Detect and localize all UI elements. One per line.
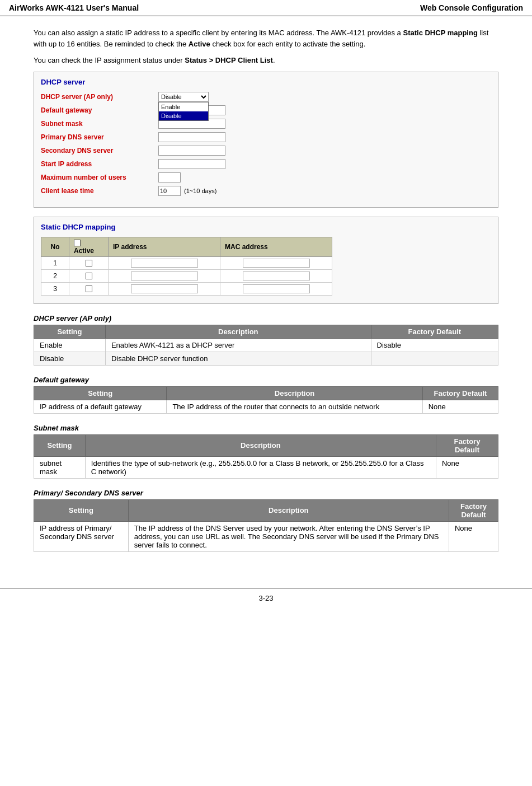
table-row: DisableDisable DHCP server function — [34, 352, 498, 365]
client-lease-label: Client lease time — [41, 187, 158, 195]
dhcp-server-label: DHCP server (AP only) — [41, 93, 158, 101]
lease-hint: (1~10 days) — [184, 188, 216, 194]
checkbox-fake-header — [74, 240, 81, 246]
mac-input[interactable] — [243, 259, 310, 268]
ip-input[interactable] — [131, 272, 198, 280]
subnet-mask-label: Subnet mask — [41, 120, 158, 128]
cell-setting: IP address of a default gateway — [34, 400, 167, 413]
dhcp-ap-col-factory: Factory Default — [371, 325, 498, 338]
subnet-col-setting: Setting — [34, 434, 86, 456]
row-no: 3 — [41, 282, 69, 295]
row-active[interactable] — [69, 269, 109, 282]
col-active: Active — [69, 237, 109, 256]
intro-para1: You can also assign a static IP address … — [34, 27, 498, 49]
dhcp-option-disable[interactable]: Disable — [159, 111, 208, 120]
table-row: subnet maskIdentifies the type of sub-ne… — [34, 456, 498, 478]
table-row: 3 — [41, 282, 332, 295]
active-checkbox[interactable] — [86, 273, 92, 279]
client-lease-row: Client lease time (1~10 days) — [41, 186, 491, 196]
table-row: 2 — [41, 269, 332, 282]
static-dhcp-table: No Active IP address MAC address 1 2 3 — [41, 237, 332, 296]
dhcp-server-select[interactable]: Disable Enable — [158, 92, 209, 102]
default-gw-desc-title: Default gateway — [34, 376, 498, 384]
cell-desc: Enables AWK-4121 as a DHCP server — [105, 338, 371, 352]
row-ip[interactable] — [109, 269, 220, 282]
mac-input[interactable] — [243, 284, 310, 293]
row-mac[interactable] — [220, 256, 332, 269]
dhcp-option-enable[interactable]: Enable — [159, 102, 208, 111]
col-no: No — [41, 237, 69, 256]
cell-setting: Disable — [34, 352, 106, 365]
row-no: 1 — [41, 256, 69, 269]
cell-setting: Enable — [34, 338, 106, 352]
active-checkbox[interactable] — [86, 260, 92, 266]
dhcp-ap-desc-title: DHCP server (AP only) — [34, 314, 498, 322]
row-active[interactable] — [69, 256, 109, 269]
ip-input[interactable] — [131, 259, 198, 268]
bold-status-dhcp: Status > DHCP Client List — [185, 56, 273, 64]
default-gateway-row: Default gateway — [41, 105, 491, 115]
dns-desc-table: Setting Description Factory Default IP a… — [34, 499, 498, 552]
row-ip[interactable] — [109, 282, 220, 295]
static-dhcp-section: Static DHCP mapping No Active IP address… — [34, 217, 498, 304]
table-row: IP address of Primary/ Secondary DNS ser… — [34, 521, 498, 551]
dhcp-ap-col-setting: Setting — [34, 325, 106, 338]
subnet-mask-desc-title: Subnet mask — [34, 424, 498, 432]
ip-input[interactable] — [131, 284, 198, 293]
subnet-mask-row: Subnet mask — [41, 119, 491, 129]
default-gw-col-desc: Description — [167, 386, 422, 400]
default-gateway-label: Default gateway — [41, 106, 158, 114]
client-lease-input[interactable] — [158, 186, 181, 196]
dns-col-setting: Setting — [34, 499, 129, 521]
row-mac[interactable] — [220, 269, 332, 282]
cell-desc: Disable DHCP server function — [105, 352, 371, 365]
mac-input[interactable] — [243, 272, 310, 280]
cell-desc: The IP address of the router that connec… — [167, 400, 422, 413]
section-title: Web Console Configuration — [420, 3, 523, 12]
cell-setting: subnet mask — [34, 456, 86, 478]
secondary-dns-input[interactable] — [158, 146, 225, 156]
default-gw-col-setting: Setting — [34, 386, 167, 400]
dhcp-server-row: DHCP server (AP only) Disable Enable Ena… — [41, 92, 491, 102]
intro-para2: You can check the IP assignment status u… — [34, 55, 498, 66]
row-no: 2 — [41, 269, 69, 282]
dhcp-server-dropdown-wrap[interactable]: Disable Enable Enable Disable — [158, 92, 209, 102]
start-ip-input[interactable] — [158, 159, 225, 169]
manual-title: AirWorks AWK-4121 User's Manual — [9, 3, 139, 12]
page-footer: 3-23 — [0, 588, 532, 608]
dhcp-ap-col-desc: Description — [105, 325, 371, 338]
table-row: 1 — [41, 256, 332, 269]
secondary-dns-label: Secondary DNS server — [41, 147, 158, 155]
dhcp-server-title: DHCP server — [41, 78, 491, 86]
cell-factory: None — [422, 400, 498, 413]
subnet-col-desc: Description — [85, 434, 436, 456]
start-ip-label: Start IP address — [41, 160, 158, 168]
table-row: IP address of a default gatewayThe IP ad… — [34, 400, 498, 413]
bold-active: Active — [189, 40, 210, 48]
row-mac[interactable] — [220, 282, 332, 295]
cell-desc: Identifies the type of sub-network (e.g.… — [85, 456, 436, 478]
max-users-input[interactable] — [158, 172, 181, 183]
dns-col-factory: Factory Default — [449, 499, 498, 521]
subnet-mask-desc-table: Setting Description Factory Default subn… — [34, 434, 498, 479]
row-ip[interactable] — [109, 256, 220, 269]
primary-dns-row: Primary DNS server — [41, 132, 491, 142]
static-dhcp-title: Static DHCP mapping — [41, 223, 491, 231]
active-checkbox[interactable] — [86, 286, 92, 292]
max-users-label: Maximum number of users — [41, 174, 158, 181]
dhcp-ap-desc-table: Setting Description Factory Default Enab… — [34, 325, 498, 366]
subnet-col-factory: Factory Default — [436, 434, 498, 456]
page-number: 3-23 — [258, 594, 273, 602]
dns-col-desc: Description — [128, 499, 449, 521]
dns-desc-title: Primary/ Secondary DNS server — [34, 489, 498, 497]
row-active[interactable] — [69, 282, 109, 295]
max-users-row: Maximum number of users — [41, 172, 491, 183]
table-row: EnableEnables AWK-4121 as a DHCP serverD… — [34, 338, 498, 352]
primary-dns-label: Primary DNS server — [41, 133, 158, 141]
start-ip-row: Start IP address — [41, 159, 491, 169]
default-gw-col-factory: Factory Default — [422, 386, 498, 400]
primary-dns-input[interactable] — [158, 132, 225, 142]
default-gw-desc-table: Setting Description Factory Default IP a… — [34, 386, 498, 414]
page-header: AirWorks AWK-4121 User's Manual Web Cons… — [0, 0, 532, 16]
dhcp-server-popup[interactable]: Enable Disable — [158, 102, 209, 121]
